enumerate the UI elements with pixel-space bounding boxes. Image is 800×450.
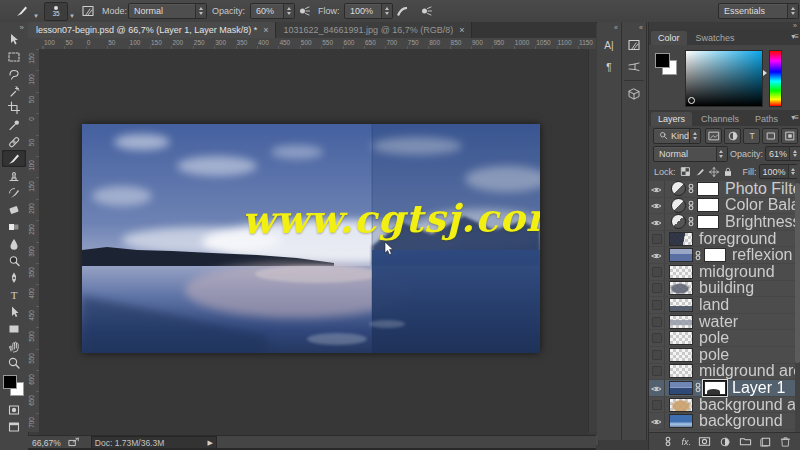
airbrush-pressure-icon[interactable] (394, 3, 410, 19)
layer-name[interactable]: Layer 1 (732, 379, 785, 397)
toggle-brush-panel-icon[interactable] (80, 3, 96, 19)
visibility-toggle[interactable] (649, 314, 665, 330)
layer-thumbnail[interactable] (669, 414, 693, 428)
adjustment-layer-icon[interactable] (671, 198, 686, 213)
expand-panels-icon[interactable]: « (597, 22, 621, 33)
history-brush-tool[interactable] (2, 184, 26, 201)
3d-panel-button[interactable] (624, 84, 644, 104)
panel-menu-icon[interactable]: ▾≡ (791, 113, 798, 122)
pen-tool[interactable] (2, 269, 26, 286)
healing-brush-tool[interactable] (2, 133, 26, 150)
layer-row[interactable]: reflexion (649, 247, 800, 264)
layer-row[interactable]: pole (649, 347, 800, 364)
layer-name[interactable]: reflexion (732, 246, 792, 264)
path-selection-tool[interactable] (2, 303, 26, 320)
adjustment-layer-icon[interactable] (671, 181, 686, 196)
layer-style-icon[interactable]: fx. (681, 437, 691, 447)
brush-presets-panel-button[interactable] (624, 57, 644, 77)
layer-thumbnail[interactable] (669, 348, 693, 362)
layer-name[interactable]: midground (699, 263, 775, 281)
combo-caret-icon[interactable] (689, 129, 700, 143)
combo-caret-icon[interactable] (716, 147, 727, 161)
document-tab-inactive[interactable]: 1031622_84661991.jpg @ 16,7% (RGB/8) × (276, 22, 472, 38)
visibility-toggle[interactable] (649, 198, 665, 214)
brush-tool[interactable] (2, 150, 26, 167)
eraser-tool[interactable] (2, 201, 26, 218)
close-tab-icon[interactable]: × (263, 25, 268, 35)
hand-tool[interactable] (2, 337, 26, 354)
add-layer-mask-icon[interactable] (697, 435, 711, 449)
visibility-toggle[interactable] (649, 181, 665, 197)
eyedropper-tool[interactable] (2, 116, 26, 133)
combo-caret-icon[interactable] (283, 4, 294, 18)
tab-swatches[interactable]: Swatches (689, 31, 742, 45)
layer-filter-select[interactable]: Kind (653, 128, 701, 144)
combo-caret-icon[interactable] (381, 4, 392, 18)
canvas-vertical-scrollbar[interactable] (588, 49, 597, 432)
layer-name[interactable]: Photo Filter 1 (725, 181, 800, 198)
saturation-brightness-box[interactable] (685, 50, 763, 107)
visibility-toggle[interactable] (649, 397, 665, 413)
gradient-tool[interactable] (2, 218, 26, 235)
lock-position-icon[interactable] (707, 165, 721, 179)
layer-row[interactable]: background (649, 413, 800, 430)
tab-channels[interactable]: Channels (694, 112, 746, 126)
layer-row[interactable]: building (649, 281, 800, 298)
layer-thumbnail[interactable] (669, 281, 693, 295)
layer-thumbnail[interactable] (669, 398, 693, 412)
layer-thumbnail[interactable] (669, 315, 693, 329)
layer-fill-select[interactable]: 100% (759, 164, 798, 179)
pixel-layers-filter-icon[interactable] (705, 128, 722, 144)
adjustment-layers-filter-icon[interactable] (724, 128, 741, 144)
layer-row[interactable]: Color Balance 1 (649, 198, 800, 215)
layer-name[interactable]: Color Balance 1 (725, 196, 800, 214)
combo-caret-icon[interactable] (195, 4, 206, 18)
brush-preset-picker[interactable]: 35 (44, 2, 68, 21)
layer-name[interactable]: pole (699, 346, 729, 364)
airbrush-icon[interactable] (296, 3, 312, 19)
lock-all-icon[interactable] (721, 165, 735, 179)
smart-object-filter-icon[interactable] (781, 128, 798, 144)
canvas-pasteboard[interactable]: www.cgtsj.com (39, 49, 588, 435)
layer-mask-thumbnail[interactable] (697, 215, 719, 229)
paragraph-panel-button[interactable]: ¶ (599, 57, 619, 77)
layer-mask-thumbnail[interactable] (697, 182, 719, 196)
new-group-icon[interactable] (738, 435, 752, 449)
visibility-toggle[interactable] (649, 413, 665, 429)
new-adjustment-layer-icon[interactable] (718, 435, 732, 449)
quick-mask-button[interactable] (2, 401, 26, 418)
layer-name[interactable]: midground arch (699, 362, 800, 380)
layer-opacity-select[interactable]: 61% (765, 146, 800, 161)
combo-caret-icon[interactable] (788, 165, 799, 178)
layer-name[interactable]: building (699, 279, 754, 297)
document-canvas[interactable]: www.cgtsj.com (82, 124, 540, 353)
zoom-tool[interactable] (2, 354, 26, 371)
color-picker-marker[interactable] (688, 97, 695, 104)
layer-row[interactable]: land (649, 297, 800, 314)
layer-thumbnail[interactable] (669, 265, 693, 279)
delete-layer-icon[interactable] (779, 435, 793, 449)
lock-pixels-icon[interactable] (693, 165, 707, 179)
brush-panel-button[interactable] (624, 35, 644, 55)
character-panel-button[interactable]: A| (599, 35, 619, 55)
shape-layers-filter-icon[interactable] (762, 128, 779, 144)
layers-scrollbar[interactable] (795, 181, 800, 432)
layer-thumbnail[interactable] (669, 331, 693, 345)
dodge-tool[interactable] (2, 252, 26, 269)
crop-tool[interactable] (2, 99, 26, 116)
visibility-toggle[interactable] (649, 214, 665, 230)
combo-caret-icon[interactable] (787, 4, 798, 18)
visibility-toggle[interactable] (649, 281, 665, 297)
color-swatch-widget[interactable] (655, 53, 679, 77)
visibility-toggle[interactable] (649, 364, 665, 380)
blur-tool[interactable] (2, 235, 26, 252)
clone-stamp-tool[interactable] (2, 167, 26, 184)
layer-name[interactable]: pole (699, 329, 729, 347)
color-swatch-widget[interactable] (3, 375, 25, 397)
layer-thumbnail[interactable] (669, 298, 693, 312)
layer-row[interactable]: Photo Filter 1 (649, 181, 800, 198)
layer-row[interactable]: pole (649, 330, 800, 347)
document-tab-active[interactable]: lesson07-begin.psd @ 66,7% (Layer 1, Lay… (28, 22, 276, 38)
layer-row[interactable]: Layer 1 (649, 380, 800, 397)
visibility-toggle[interactable] (649, 264, 665, 280)
